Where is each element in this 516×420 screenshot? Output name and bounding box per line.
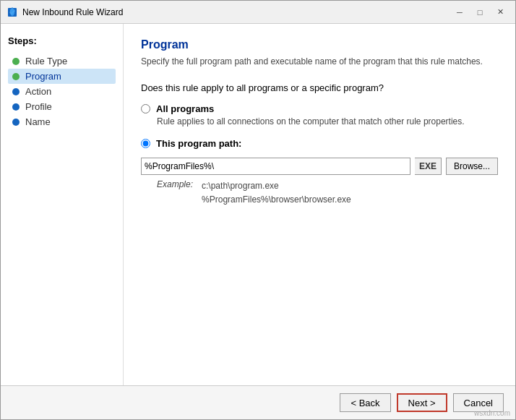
option-this-program: This program path: EXE Browse... Example… [141,138,498,207]
step-dot-rule-type [12,58,20,65]
path-input-row: EXE Browse... [141,158,498,175]
option-all-programs: All programs Rule applies to all connect… [141,103,498,128]
sidebar-label-program: Program [25,71,61,82]
sidebar-label-profile: Profile [25,101,52,112]
path-section: EXE Browse... Example: c:\path\program.e… [141,153,498,207]
next-button[interactable]: Next > [397,393,447,412]
page-title: Program [141,38,498,51]
window-title: New Inbound Rule Wizard [22,7,450,17]
sidebar-item-rule-type[interactable]: Rule Type [8,53,116,69]
sidebar-item-name[interactable]: Name [8,114,116,129]
title-bar: New Inbound Rule Wizard ─ □ ✕ [1,1,515,24]
step-dot-profile [12,103,20,111]
watermark: wsxdn.com [474,409,510,417]
all-programs-label[interactable]: All programs [156,103,214,114]
step-dot-action [12,88,20,95]
footer: < Back Next > Cancel [1,385,515,419]
browse-button[interactable]: Browse... [446,158,498,175]
step-dot-name [12,119,20,126]
sidebar-item-action[interactable]: Action [8,84,116,99]
maximize-button[interactable]: □ [470,5,489,20]
exe-badge: EXE [415,158,442,175]
example-row: Example: c:\path\program.exe%ProgramFile… [157,179,498,207]
all-programs-desc: Rule applies to all connections on the c… [157,116,498,128]
option-all-programs-label-row: All programs [141,103,498,114]
close-button[interactable]: ✕ [491,5,509,20]
step-dot-program [12,73,20,80]
sidebar-label-name: Name [25,116,51,127]
minimize-button[interactable]: ─ [450,5,469,20]
this-program-label[interactable]: This program path: [156,138,241,149]
this-program-radio[interactable] [141,139,150,148]
sidebar-label-action: Action [25,86,51,97]
path-input[interactable] [141,158,410,175]
main-panel: Program Specify the full program path an… [124,24,515,385]
sidebar-label-rule-type: Rule Type [25,56,67,67]
sidebar-item-program[interactable]: Program [8,69,116,84]
wizard-window: New Inbound Rule Wizard ─ □ ✕ Steps: Rul… [0,0,516,420]
example-paths: c:\path\program.exe%ProgramFiles%\browse… [202,179,351,207]
question-text: Does this rule apply to all programs or … [141,82,498,93]
all-programs-radio[interactable] [141,104,150,113]
sidebar-title: Steps: [8,35,116,46]
sidebar: Steps: Rule Type Program Action Profile … [1,24,124,385]
example-label: Example: [157,179,193,207]
window-controls: ─ □ ✕ [450,5,509,20]
sidebar-item-profile[interactable]: Profile [8,99,116,114]
option-this-program-label-row: This program path: [141,138,498,149]
content-area: Steps: Rule Type Program Action Profile … [1,24,515,385]
window-icon [7,7,18,18]
back-button[interactable]: < Back [340,393,390,412]
page-description: Specify the full program path and execut… [141,56,498,68]
option-group: All programs Rule applies to all connect… [141,103,498,207]
